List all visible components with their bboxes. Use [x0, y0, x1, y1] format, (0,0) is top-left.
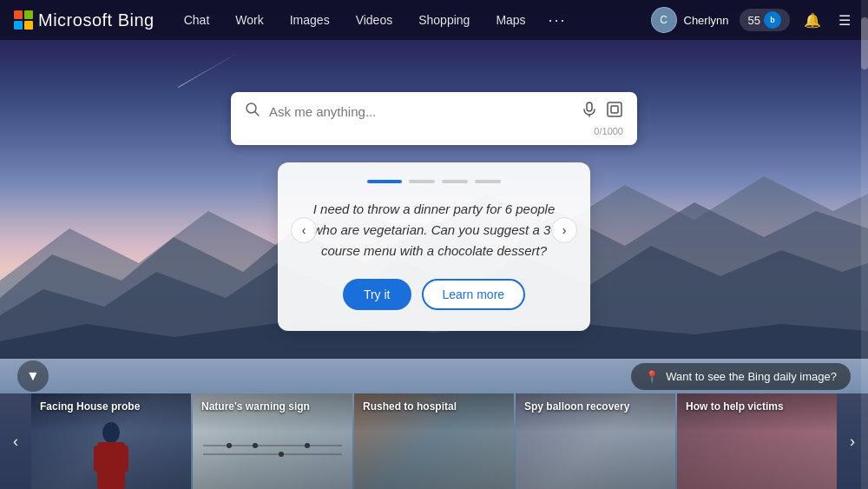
- news-card-title-5: How to help victims: [686, 400, 828, 414]
- card-buttons: Try it Learn more: [304, 279, 564, 310]
- nav-more-button[interactable]: ···: [540, 8, 575, 33]
- news-card-title-3: Rushed to hospital: [363, 400, 505, 414]
- news-card-2[interactable]: Nature's warning sign: [193, 393, 352, 489]
- news-card-title-4: Spy balloon recovery: [524, 400, 667, 414]
- card-prev-button[interactable]: ‹: [291, 217, 317, 243]
- svg-point-10: [102, 422, 120, 443]
- logo-sq-red: [14, 10, 23, 19]
- svg-rect-8: [608, 102, 621, 116]
- logo-sq-green: [24, 10, 33, 19]
- search-icon: [245, 102, 260, 122]
- nav-right: C Cherlynn 55 b 🔔 ☰: [651, 7, 855, 33]
- notifications-icon[interactable]: 🔔: [800, 9, 825, 32]
- nav-work[interactable]: Work: [223, 8, 275, 32]
- menu-icon[interactable]: ☰: [835, 9, 854, 32]
- location-pin-icon: 📍: [645, 370, 659, 383]
- camera-icon[interactable]: [606, 101, 623, 122]
- prev-icon: ‹: [13, 433, 18, 451]
- svg-line-5: [255, 112, 260, 116]
- news-card-4[interactable]: Spy balloon recovery: [516, 393, 675, 489]
- microsoft-logo: [14, 10, 33, 30]
- svg-rect-9: [611, 106, 618, 113]
- bottom-bar: ▼ 📍 Want to see the Bing daily image?: [0, 360, 868, 392]
- scrollbar-thumb[interactable]: [861, 17, 868, 69]
- news-cards: Facing House probe Nature's warning sign…: [31, 393, 837, 489]
- brand-name: Microsoft Bing: [38, 10, 155, 30]
- svg-point-19: [305, 443, 310, 448]
- news-card-title-1: Facing House probe: [40, 400, 182, 414]
- daily-image-button[interactable]: 📍 Want to see the Bing daily image?: [631, 363, 851, 390]
- logo-sq-yellow: [24, 21, 33, 30]
- avatar: C: [651, 7, 677, 33]
- news-card-5[interactable]: How to help victims: [677, 393, 837, 489]
- search-container: 0/1000: [231, 92, 637, 145]
- scrollbar[interactable]: [861, 0, 868, 489]
- search-input[interactable]: [269, 104, 573, 119]
- nav-maps[interactable]: Maps: [483, 8, 537, 32]
- svg-rect-6: [587, 102, 592, 111]
- search-actions: [582, 101, 623, 122]
- navbar: Microsoft Bing Chat Work Images Videos S…: [0, 0, 868, 40]
- svg-rect-13: [122, 446, 128, 472]
- user-profile[interactable]: C Cherlynn: [651, 7, 729, 33]
- svg-rect-11: [97, 442, 125, 489]
- news-card-title-2: Nature's warning sign: [201, 400, 344, 414]
- svg-point-16: [227, 443, 232, 448]
- learn-more-button[interactable]: Learn more: [422, 279, 526, 310]
- logo[interactable]: Microsoft Bing: [14, 10, 155, 30]
- birds-decoration: [193, 420, 352, 472]
- nav-videos[interactable]: Videos: [344, 8, 405, 32]
- card-dots: [304, 180, 564, 183]
- news-prev-button[interactable]: ‹: [0, 393, 31, 489]
- username: Cherlynn: [684, 14, 729, 27]
- news-card-1[interactable]: Facing House probe: [31, 393, 191, 489]
- daily-image-text: Want to see the Bing daily image?: [666, 370, 837, 383]
- svg-rect-12: [94, 446, 101, 472]
- nav-images[interactable]: Images: [278, 8, 342, 32]
- card-content: ‹ I need to throw a dinner party for 6 p…: [304, 199, 564, 261]
- nav-items: Chat Work Images Videos Shopping Maps ··…: [172, 8, 644, 33]
- card-text: I need to throw a dinner party for 6 peo…: [304, 199, 564, 261]
- dot-2[interactable]: [409, 180, 435, 183]
- nav-chat[interactable]: Chat: [172, 8, 222, 32]
- try-it-button[interactable]: Try it: [343, 279, 411, 310]
- rewards-badge[interactable]: 55 b: [740, 9, 790, 31]
- news-card-3[interactable]: Rushed to hospital: [354, 393, 514, 489]
- char-count: 0/1000: [245, 126, 623, 136]
- chevron-down-icon: ▼: [26, 368, 40, 384]
- svg-point-17: [253, 443, 258, 448]
- search-row: [245, 101, 623, 122]
- news-section: ‹ Facing House probe: [0, 393, 868, 489]
- dot-1[interactable]: [367, 180, 402, 183]
- card-next-button[interactable]: ›: [551, 217, 577, 243]
- logo-sq-blue: [14, 21, 23, 30]
- svg-point-18: [279, 452, 284, 457]
- person-silhouette: [85, 420, 137, 489]
- dot-4[interactable]: [475, 180, 501, 183]
- next-icon: ›: [850, 433, 855, 451]
- microphone-icon[interactable]: [582, 102, 597, 122]
- points-count: 55: [748, 14, 760, 27]
- nav-shopping[interactable]: Shopping: [406, 8, 482, 32]
- reward-icon: b: [764, 11, 781, 29]
- suggestion-card: ‹ I need to throw a dinner party for 6 p…: [278, 162, 590, 331]
- dot-3[interactable]: [442, 180, 468, 183]
- scroll-down-button[interactable]: ▼: [17, 360, 49, 392]
